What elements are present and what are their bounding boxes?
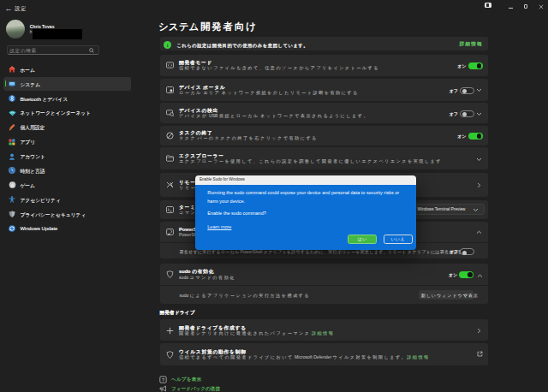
svg-text:?: ? bbox=[162, 377, 164, 382]
